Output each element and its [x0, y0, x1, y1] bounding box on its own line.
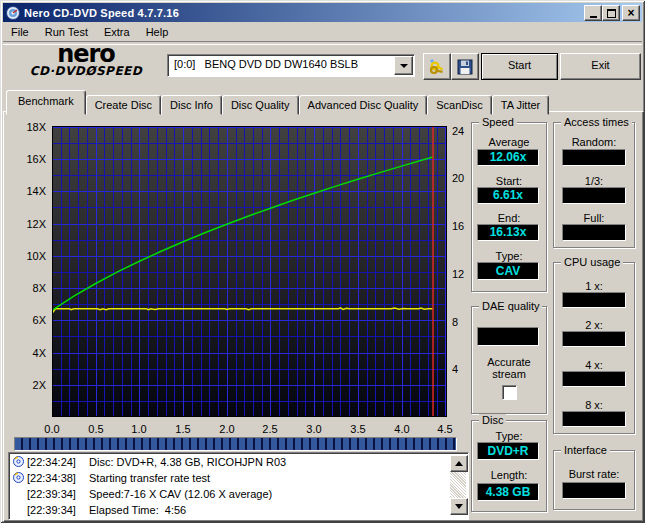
- tab-scandisc[interactable]: ScanDisc: [427, 95, 491, 115]
- nero-logo: nero CD·DVDØSPEED: [10, 44, 162, 78]
- cpu-2x-display: [562, 331, 626, 347]
- disc-event-icon: [13, 472, 24, 483]
- y-axis-tick-left: 16X: [0, 153, 46, 165]
- drive-select-value: [0:0] BENQ DVD DD DW1640 BSLB: [174, 58, 394, 70]
- access-times-group-title: Access times: [561, 116, 632, 128]
- app-icon: [6, 6, 20, 20]
- x-axis-tick: 2.0: [212, 423, 242, 435]
- x-axis-tick: 4.5: [430, 423, 460, 435]
- start-label: Start:: [472, 175, 546, 187]
- speed-type-display: CAV: [477, 262, 539, 280]
- tab-benchmark[interactable]: Benchmark: [6, 90, 86, 115]
- title-bar[interactable]: Nero CD-DVD Speed 4.7.7.16 ×: [3, 3, 642, 22]
- x-axis-tick: 0.0: [37, 423, 67, 435]
- arrow-up-icon: [455, 457, 463, 466]
- one-third-label: 1/3:: [554, 175, 634, 187]
- minimize-icon: [590, 16, 597, 18]
- disc-type-display: DVD+R: [477, 442, 539, 460]
- menu-item-extra[interactable]: Extra: [96, 24, 138, 41]
- log-scrollbar[interactable]: [450, 455, 466, 515]
- burst-rate-display: [562, 482, 626, 499]
- menu-item-run-test[interactable]: Run Test: [37, 24, 96, 41]
- save-button[interactable]: [451, 53, 479, 80]
- cpu-1x-label: 1 x:: [554, 280, 634, 292]
- menu-item-file[interactable]: File: [3, 24, 37, 41]
- options-button[interactable]: [423, 53, 451, 80]
- y-axis-tick-left: 12X: [0, 218, 46, 230]
- cpu-8x-label: 8 x:: [554, 399, 634, 411]
- interface-group-title: Interface: [561, 444, 610, 456]
- y-axis-tick-left: 4X: [0, 347, 46, 359]
- tab-advanced-disc-quality[interactable]: Advanced Disc Quality: [299, 95, 428, 115]
- log-message: Disc: DVD+R, 4.38 GB, RICOHJPN R03: [89, 456, 286, 468]
- dae-quality-group-title: DAE quality: [479, 300, 542, 312]
- maximize-button[interactable]: [602, 5, 620, 21]
- log-list[interactable]: [22:34:24] Disc: DVD+R, 4.38 GB, RICOHJP…: [8, 452, 469, 520]
- y-axis-tick-left: 14X: [0, 185, 46, 197]
- cpu-usage-group-title: CPU usage: [561, 256, 623, 268]
- y-axis-tick-left: 6X: [0, 314, 46, 326]
- drive-select[interactable]: [0:0] BENQ DVD DD DW1640 BSLB: [167, 54, 415, 77]
- full-access-display: [562, 224, 626, 241]
- log-entry: [22:39:34] Speed:7-16 X CAV (12.06 X ave…: [9, 486, 468, 501]
- dae-quality-display: [477, 327, 539, 346]
- log-timestamp: [22:39:34]: [27, 488, 89, 500]
- minimize-button[interactable]: [584, 5, 602, 21]
- disc-event-icon: [13, 456, 24, 467]
- speed-group-title: Speed: [479, 116, 517, 128]
- log-timestamp: [22:34:38]: [27, 472, 89, 484]
- log-timestamp: [22:34:24]: [27, 456, 89, 468]
- tab-ta-jitter[interactable]: TA Jitter: [492, 95, 550, 115]
- tab-strip: BenchmarkCreate DiscDisc InfoDisc Qualit…: [6, 90, 549, 113]
- disc-group: Disc Type: DVD+R Length: 4.38 GB: [471, 420, 547, 512]
- y-axis-tick-left: 2X: [0, 379, 46, 391]
- log-message: Speed:7-16 X CAV (12.06 X average): [89, 488, 272, 500]
- exit-button[interactable]: Exit: [560, 53, 641, 80]
- log-message: Starting transfer rate test: [89, 472, 210, 484]
- x-axis-tick: 4.0: [387, 423, 417, 435]
- dae-quality-group: DAE quality Accurate stream: [471, 306, 547, 414]
- log-timestamp: [22:39:34]: [27, 504, 89, 516]
- disc-length-label: Length:: [472, 469, 546, 481]
- y-axis-tick-left: 18X: [0, 121, 46, 133]
- tab-disc-quality[interactable]: Disc Quality: [222, 95, 299, 115]
- keys-icon: [428, 58, 446, 76]
- nero-logo-product: CD·DVDØSPEED: [10, 64, 162, 78]
- tab-disc-info[interactable]: Disc Info: [161, 95, 222, 115]
- log-entry: [22:34:38] Starting transfer rate test: [9, 470, 468, 485]
- interface-group: Interface Burst rate:: [553, 450, 635, 510]
- one-third-access-display: [562, 187, 626, 204]
- cpu-2x-label: 2 x:: [554, 319, 634, 331]
- cpu-8x-display: [562, 411, 626, 427]
- close-icon: ×: [627, 8, 634, 18]
- arrow-down-icon: [455, 504, 463, 513]
- benchmark-chart: [52, 126, 447, 417]
- save-icon: [457, 59, 473, 75]
- scroll-up-button[interactable]: [450, 455, 468, 472]
- x-axis-tick: 1.5: [168, 423, 198, 435]
- cpu-1x-display: [562, 292, 626, 308]
- scroll-down-button[interactable]: [450, 498, 468, 515]
- x-axis-tick: 3.5: [343, 423, 373, 435]
- close-button[interactable]: ×: [622, 5, 640, 21]
- random-label: Random:: [554, 136, 634, 148]
- log-entry: [22:34:24] Disc: DVD+R, 4.38 GB, RICOHJP…: [9, 454, 468, 469]
- menu-item-help[interactable]: Help: [138, 24, 177, 41]
- end-label: End:: [472, 212, 546, 224]
- maximize-icon: [607, 9, 616, 18]
- tab-create-disc[interactable]: Create Disc: [86, 95, 161, 115]
- menu-bar: FileRun TestExtraHelp: [3, 23, 642, 41]
- speed-group: Speed Average 12.06x Start: 6.61x End: 1…: [471, 122, 547, 292]
- drive-select-dropdown-button[interactable]: [394, 56, 413, 75]
- end-speed-display: 16.13x: [477, 224, 539, 241]
- disc-length-display: 4.38 GB: [477, 483, 539, 501]
- x-axis-tick: 1.0: [124, 423, 154, 435]
- accurate-stream-checkbox[interactable]: [502, 385, 517, 400]
- start-button[interactable]: Start: [481, 53, 558, 80]
- burst-rate-label: Burst rate:: [554, 468, 634, 480]
- log-entry: [22:39:34] Elapsed Time: 4:56: [9, 502, 468, 517]
- accurate-stream-label: Accurate stream: [472, 356, 546, 380]
- cpu-4x-label: 4 x:: [554, 359, 634, 371]
- cpu-4x-display: [562, 371, 626, 387]
- access-times-group: Access times Random: 1/3: Full:: [553, 122, 635, 248]
